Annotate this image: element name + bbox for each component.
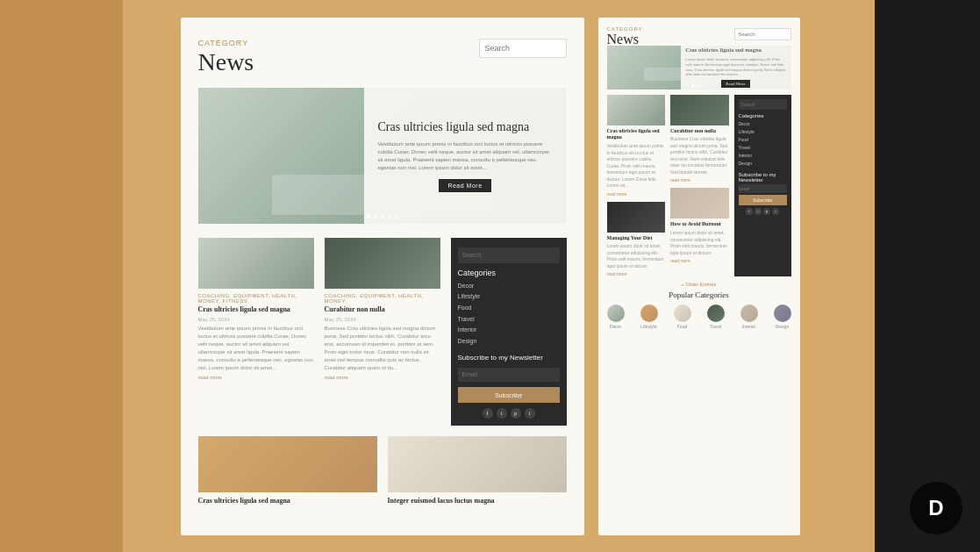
rp-pop-interior: Interior (740, 305, 758, 329)
rp-pop-lifestyle: Lifestyle (640, 305, 658, 329)
lp-hero-title: Cras ultricies ligula sed magna (378, 119, 553, 135)
lp-cards-row2: Cras ultricies ligula sed magna Integer … (198, 436, 567, 507)
rp-card-4-read-more[interactable]: read more (670, 258, 729, 263)
lp-card-2-read-more[interactable]: read more (325, 375, 440, 380)
rp-pop-travel-circle[interactable] (707, 305, 725, 322)
rp-sidebar-cat-lifestyle[interactable]: Lifestyle (739, 128, 787, 136)
rp-card-4-image (670, 188, 729, 219)
rp-col-2: Curabitur non nulla Business Cras ultric… (670, 95, 729, 277)
rp-card-2-image (670, 95, 729, 125)
lp-card-1-date: May 25, 2024 (198, 317, 314, 322)
lp-subscribe-button[interactable]: Subscribe (458, 387, 560, 403)
lp-pinterest-icon[interactable]: p (511, 408, 521, 419)
lp-sidebar-cat-interior[interactable]: Interior (458, 325, 560, 336)
lp-sidebar-cat-food[interactable]: Food (458, 303, 560, 314)
rp-newsletter-email[interactable] (739, 184, 787, 193)
rp-card-4: How to Avoid Burnout Lorem ipsum dolor s… (670, 188, 729, 263)
rp-dot-1[interactable] (691, 84, 694, 87)
rp-sidebar-cat-food[interactable]: Food (739, 136, 787, 144)
rp-header: Category News (607, 26, 791, 40)
rp-pop-decor-circle[interactable] (607, 305, 625, 322)
rp-pop-lifestyle-label: Lifestyle (640, 324, 656, 329)
lp-card-1-text: Vestibulum ante ipsum primis in faucibus… (198, 325, 314, 372)
rp-facebook-icon[interactable]: f (746, 208, 753, 215)
rp-card-2-title: Curabitur non nulla (670, 128, 729, 135)
rp-card-2-read-more[interactable]: read more (670, 177, 729, 183)
rp-subscribe-button[interactable]: Subscribe (739, 195, 787, 205)
lp-read-more-button[interactable]: Read More (439, 179, 490, 192)
rp-card-3-read-more[interactable]: read more (607, 271, 666, 276)
rp-pop-interior-circle[interactable] (740, 305, 758, 322)
rp-pinterest-icon[interactable]: p (763, 208, 770, 215)
right-preview: Category News Cras ultricies ligula sed … (598, 18, 800, 535)
rp-sidebar-cat-travel[interactable]: Travel (739, 144, 787, 152)
rp-dot-3[interactable] (700, 84, 703, 87)
hero-dot-2[interactable] (373, 214, 377, 219)
rp-sidebar-search[interactable] (739, 99, 787, 110)
lp-card-4-image (388, 436, 567, 492)
lp-card-3: Cras ultricies ligula sed magna (198, 436, 377, 507)
rp-sidebar-cat-design[interactable]: Design (739, 160, 787, 168)
rp-hero-text: Lorem ipsum dolor sit amet, consectetur … (686, 57, 786, 76)
lp-card-1-read-more[interactable]: read more (198, 375, 314, 380)
lp-sidebar-cat-decor[interactable]: Decor (458, 281, 560, 292)
lp-card-4: Integer euismod lacus luctus magna (388, 436, 567, 507)
rp-card-3-title: Managing Your Diet (607, 235, 666, 242)
lp-card-2-category: Coaching, Equipment, Health, Money (325, 293, 440, 304)
lp-card-1-title: Cras ultricies ligula sed magna (198, 305, 314, 314)
lp-social-icons: f t p i (458, 408, 560, 419)
rp-pop-decor-label: Decor (610, 324, 621, 329)
hero-dot-4[interactable] (387, 214, 391, 219)
lp-twitter-icon[interactable]: t (497, 408, 507, 419)
rp-pop-design: Design (774, 305, 791, 329)
rp-sidebar-cat-decor[interactable]: Decor (739, 120, 787, 128)
rp-search-input[interactable] (734, 28, 791, 40)
divi-watermark: D (910, 482, 962, 534)
rp-read-more-button[interactable]: Read More (721, 80, 749, 88)
rp-dot-2[interactable] (696, 84, 698, 87)
lp-instagram-icon[interactable]: i (525, 408, 535, 419)
lp-hero-description: Vestibulum ante ipsum primis in faucibus… (378, 140, 553, 172)
lp-sidebar-cat-design[interactable]: Design (458, 336, 560, 348)
lp-sidebar-cat-travel[interactable]: Travel (458, 314, 560, 326)
hero-dot-5[interactable] (394, 214, 398, 219)
rp-card-4-text: Lorem ipsum dolor sit amet, consectetur … (670, 230, 729, 256)
rp-card-1-title: Cras ultricies ligula sed magna (607, 128, 666, 142)
rp-pop-lifestyle-circle[interactable] (640, 305, 658, 322)
rp-sidebar-cat-title: Categories (739, 113, 787, 118)
rp-popular-section: Popular Categories Decor Lifestyle Food … (607, 290, 791, 329)
lp-cards-grid: Coaching, Equipment, Health, Money, Fitn… (198, 238, 567, 426)
rp-social-icons: f t p i (739, 208, 787, 215)
rp-older-entries[interactable]: « Older Entries (607, 282, 791, 287)
rp-card-1-text: Vestibulum ante ipsum primis in faucibus… (607, 143, 666, 190)
lp-sidebar-search[interactable] (458, 247, 560, 263)
lp-card-3-image (198, 436, 377, 492)
rp-pop-travel-label: Travel (710, 324, 722, 329)
lp-card-3-title: Cras ultricies ligula sed magna (198, 497, 377, 505)
lp-card-4-title: Integer euismod lacus luctus magna (388, 497, 567, 505)
lp-hero-dots (366, 214, 398, 219)
rp-sidebar-cat-interior[interactable]: Interior (739, 152, 787, 160)
rp-pop-design-circle[interactable] (774, 305, 791, 322)
rp-col-1: Cras ultricies ligula sed magna Vestibul… (607, 95, 666, 277)
rp-main-grid: Cras ultricies ligula sed magna Vestibul… (607, 95, 791, 277)
lp-search-input[interactable] (479, 39, 567, 58)
lp-sidebar-cat-lifestyle[interactable]: Lifestyle (458, 291, 560, 303)
lp-card-2-image (325, 238, 440, 289)
lp-card-1-image (198, 238, 314, 289)
divi-label: D (928, 496, 943, 520)
lp-newsletter-email[interactable] (458, 368, 560, 382)
rp-card-3: Managing Your Diet Lorem ipsum dolor sit… (607, 202, 666, 277)
lp-facebook-icon[interactable]: f (483, 408, 493, 419)
lp-sidebar-categories-title: Categories (458, 269, 560, 277)
rp-twitter-icon[interactable]: t (755, 208, 762, 215)
hero-dot-3[interactable] (380, 214, 384, 219)
rp-pop-food: Food (674, 305, 691, 329)
hero-dot-1[interactable] (366, 214, 370, 219)
lp-newsletter-title: Subscribe to my Newsletter (458, 354, 560, 362)
rp-card-1: Cras ultricies ligula sed magna Vestibul… (607, 95, 666, 197)
rp-card-1-read-more[interactable]: read more (607, 191, 666, 197)
rp-instagram-icon[interactable]: i (772, 208, 779, 215)
rp-dot-4[interactable] (705, 84, 707, 87)
rp-pop-food-circle[interactable] (674, 305, 691, 322)
